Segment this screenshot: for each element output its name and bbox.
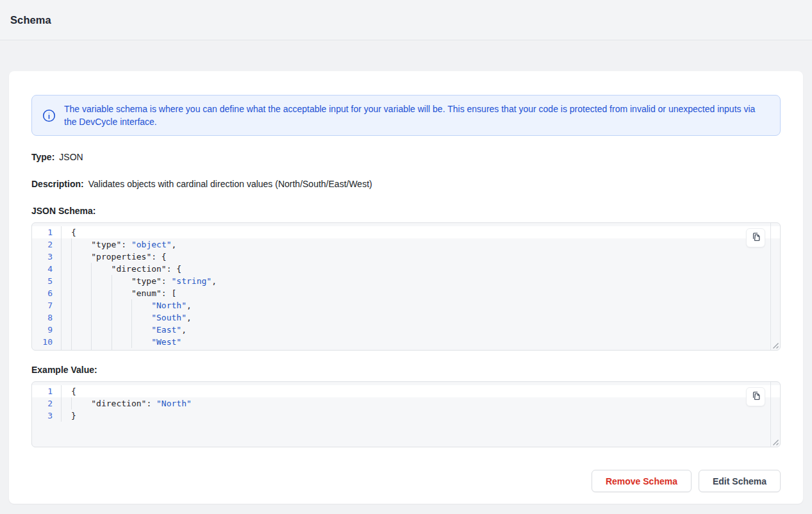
remove-schema-button[interactable]: Remove Schema [592, 470, 692, 492]
line-number: 11 [32, 348, 62, 351]
code-line: 9"East", [32, 324, 780, 336]
indent-guide [71, 287, 91, 299]
copy-icon [750, 231, 761, 244]
type-value: JSON [59, 152, 83, 162]
schema-card: The variable schema is where you can def… [9, 71, 803, 504]
indent-guide [71, 336, 91, 348]
resize-handle-icon[interactable] [771, 341, 779, 349]
code-line: 1{ [32, 385, 780, 397]
edit-schema-button[interactable]: Edit Schema [699, 470, 781, 492]
type-label: Type: [31, 152, 54, 162]
indent-guide [71, 324, 91, 336]
indent-guide [91, 348, 111, 351]
description-label: Description: [31, 179, 84, 189]
json-schema-code: 1{2"type": "object",3"properties": {4"di… [32, 223, 780, 351]
indent-guide [131, 311, 151, 324]
description-row: Description:Validates objects with cardi… [31, 179, 781, 189]
page-header: Schema [0, 0, 812, 40]
line-number: 3 [32, 410, 62, 422]
copy-button[interactable] [746, 387, 765, 406]
description-value: Validates objects with cardinal directio… [88, 179, 372, 189]
page-title: Schema [10, 14, 51, 26]
indent-guide [112, 348, 131, 351]
code-line: 10"West" [32, 336, 780, 348]
line-number: 6 [32, 287, 62, 299]
line-number: 2 [32, 238, 62, 251]
indent-guide [91, 263, 111, 275]
code-line: 7"North", [32, 299, 780, 311]
line-number: 5 [32, 275, 62, 287]
code-line: 4"direction": { [32, 263, 780, 275]
indent-guide [131, 324, 151, 336]
indent-guide [91, 336, 111, 348]
indent-guide [91, 275, 111, 287]
indent-guide [112, 324, 131, 336]
line-number: 1 [32, 226, 62, 238]
code-line: 11] [32, 348, 780, 351]
line-number: 4 [32, 263, 62, 275]
indent-guide [112, 336, 131, 348]
indent-guide [71, 311, 91, 324]
line-number: 2 [32, 397, 62, 410]
json-schema-editor[interactable]: 1{2"type": "object",3"properties": {4"di… [31, 222, 781, 351]
indent-guide [71, 238, 91, 251]
line-number: 3 [32, 251, 62, 263]
line-number: 8 [32, 311, 62, 324]
code-line: 3"properties": { [32, 251, 780, 263]
indent-guide [112, 311, 131, 324]
indent-guide [71, 397, 91, 410]
json-schema-label: JSON Schema: [31, 206, 781, 216]
type-row: Type:JSON [31, 152, 781, 162]
code-line: 8"South", [32, 311, 780, 324]
indent-guide [112, 299, 131, 311]
line-number: 10 [32, 336, 62, 348]
indent-guide [91, 311, 111, 324]
example-value-code: 1{2"direction": "North"3} [32, 382, 780, 422]
example-value-editor[interactable]: 1{2"direction": "North"3} [31, 381, 781, 447]
indent-guide [71, 299, 91, 311]
code-line: 1{ [32, 226, 780, 238]
resize-handle-icon[interactable] [771, 438, 779, 446]
indent-guide [71, 348, 91, 351]
indent-guide [71, 263, 91, 275]
indent-guide [112, 275, 131, 287]
line-number: 7 [32, 299, 62, 311]
info-circle-icon [42, 109, 56, 122]
indent-guide [71, 251, 91, 263]
code-line: 2"direction": "North" [32, 397, 780, 410]
copy-icon [750, 390, 761, 403]
line-number: 1 [32, 385, 62, 397]
indent-guide [91, 324, 111, 336]
editor-scrollbar[interactable] [770, 223, 780, 350]
indent-guide [112, 287, 131, 299]
code-line: 3} [32, 410, 780, 422]
indent-guide [71, 275, 91, 287]
indent-guide [91, 287, 111, 299]
indent-guide [131, 336, 151, 348]
copy-button[interactable] [746, 228, 765, 247]
actions-row: Remove Schema Edit Schema [31, 470, 781, 492]
info-alert: The variable schema is where you can def… [31, 95, 781, 136]
code-line: 6"enum": [ [32, 287, 780, 299]
code-line: 5"type": "string", [32, 275, 780, 287]
example-value-label: Example Value: [31, 365, 781, 375]
alert-message: The variable schema is where you can def… [64, 103, 770, 128]
line-number: 9 [32, 324, 62, 336]
indent-guide [91, 299, 111, 311]
editor-scrollbar[interactable] [770, 382, 780, 447]
code-line: 2"type": "object", [32, 238, 780, 251]
indent-guide [131, 299, 151, 311]
